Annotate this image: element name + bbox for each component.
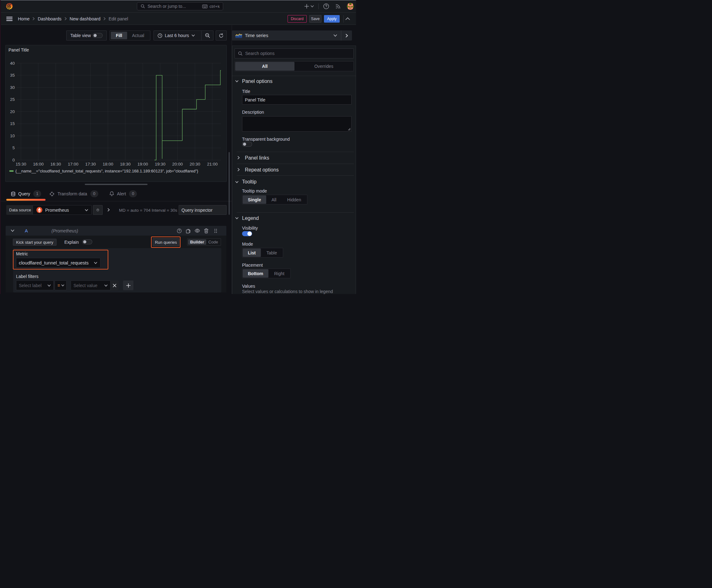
svg-text:20:30: 20:30 (190, 162, 200, 166)
svg-text:20:00: 20:00 (172, 162, 183, 166)
svg-text:15: 15 (10, 121, 15, 126)
svg-text:40: 40 (10, 61, 15, 66)
svg-text:10: 10 (10, 133, 15, 138)
svg-text:17:30: 17:30 (85, 162, 96, 166)
svg-text:18:30: 18:30 (120, 162, 131, 166)
svg-text:19:30: 19:30 (155, 162, 166, 166)
svg-text:30: 30 (10, 85, 15, 90)
svg-text:21:00: 21:00 (207, 162, 218, 166)
svg-text:{__name__="cloudflared_tunnel_: {__name__="cloudflared_tunnel_total_requ… (15, 169, 198, 173)
svg-text:17:00: 17:00 (68, 162, 79, 166)
svg-text:18:00: 18:00 (103, 162, 113, 166)
svg-text:5: 5 (12, 145, 15, 150)
svg-text:19:00: 19:00 (137, 162, 148, 166)
svg-text:16:00: 16:00 (33, 162, 44, 166)
svg-text:20: 20 (10, 109, 15, 114)
svg-text:16:30: 16:30 (50, 162, 61, 166)
svg-text:35: 35 (10, 73, 15, 78)
svg-text:25: 25 (10, 97, 15, 102)
svg-text:0: 0 (12, 158, 15, 162)
svg-text:15:30: 15:30 (16, 162, 26, 166)
